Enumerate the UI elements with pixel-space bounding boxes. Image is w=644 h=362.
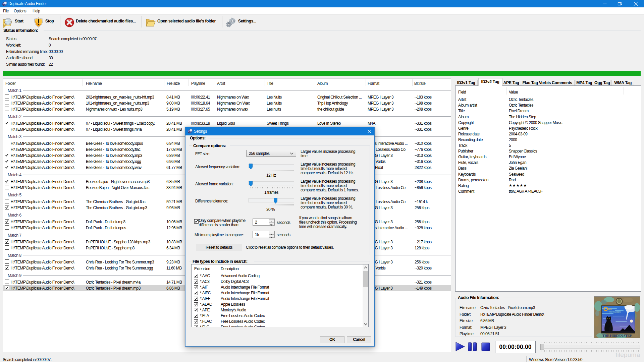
- svg-text:TENTACLES: TENTACLES: [609, 311, 621, 313]
- svg-text:THE HIDDEN STEP: THE HIDDEN STEP: [602, 334, 632, 338]
- svg-text:zric: zric: [608, 307, 612, 310]
